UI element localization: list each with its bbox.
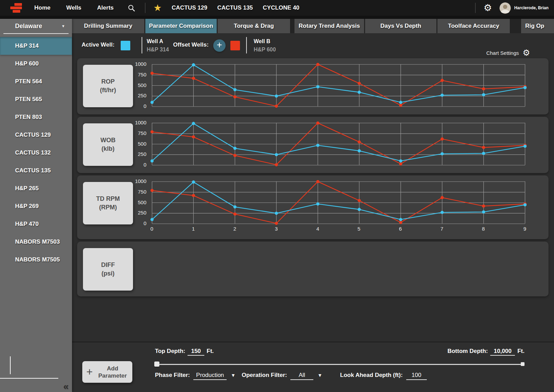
well-a-block: Well A H&P 314 — [147, 37, 169, 54]
main-content: Drilling SummaryParameter ComparisonTorq… — [72, 19, 554, 392]
param-card-td-rpm[interactable]: TD RPM (RPM) — [83, 182, 133, 224]
x-tick-label: 0 — [150, 226, 153, 232]
well-b-color-swatch — [230, 41, 240, 50]
sidebar-scrollbar[interactable] — [10, 356, 11, 374]
top-depth-input[interactable]: 150 — [188, 348, 204, 356]
favorite-well-cyclone-40[interactable]: CYCLONE 40 — [263, 4, 300, 11]
y-tick-label: 1000 — [135, 178, 146, 184]
sidebar-bottom-divider — [0, 378, 58, 379]
tab-rotary-trend-analysis[interactable]: Rotary Trend Analysis — [294, 19, 364, 33]
sidebar-item-cactus-132[interactable]: CACTUS 132 — [0, 144, 72, 162]
sidebar-item-cactus-129[interactable]: CACTUS 129 — [0, 126, 72, 144]
x-tick-label: 7 — [441, 226, 443, 232]
tab-torque-drag[interactable]: Torque & Drag — [218, 19, 290, 33]
add-offset-well-button[interactable]: + — [213, 39, 226, 52]
sidebar-item-nabors-m7503[interactable]: NABORS M7503 — [0, 233, 72, 251]
y-axis-labels: 02505007501000 — [130, 181, 149, 224]
well-a-title: Well A — [147, 37, 169, 46]
depth-range-slider[interactable] — [155, 362, 524, 367]
y-tick-label: 500 — [138, 141, 146, 147]
favorites-star-icon: ★ — [154, 3, 162, 13]
favorite-wells: CACTUS 129CACTUS 135CYCLONE 40 — [162, 4, 300, 11]
sidebar-item-h-p-470[interactable]: H&P 470 — [0, 215, 72, 233]
y-axis-labels: 02505007501000 — [130, 64, 149, 107]
chevron-down-icon: ▼ — [61, 24, 65, 28]
operation-filter-select[interactable]: All — [290, 372, 313, 380]
well-b-name: H&P 600 — [254, 46, 276, 54]
y-tick-label: 500 — [138, 199, 146, 205]
sidebar-item-cactus-135[interactable]: CACTUS 135 — [0, 162, 72, 180]
favorite-well-cactus-135[interactable]: CACTUS 135 — [217, 4, 253, 11]
phase-filter-select[interactable]: Production — [193, 372, 227, 380]
user-avatar[interactable] — [499, 2, 511, 14]
line-chart-svg — [152, 123, 525, 165]
rop-comparison-chart[interactable] — [152, 64, 525, 107]
tab-days-vs-depth[interactable]: Days Vs Depth — [365, 19, 436, 33]
param-name: WOB — [100, 136, 116, 145]
settings-gear-icon[interactable]: ⚙ — [484, 3, 492, 13]
sidebar-item-pten-803[interactable]: PTEN 803 — [0, 108, 72, 126]
param-card-rop[interactable]: ROP (ft/hr) — [83, 65, 133, 107]
chart-rows: ROP (ft/hr) 02505007501000 WOB (klb) 025… — [72, 58, 554, 296]
add-parameter-button[interactable]: + Add Parameter — [82, 361, 132, 383]
chevron-down-icon[interactable]: ▼ — [317, 372, 322, 378]
sidebar-collapse-button[interactable]: « — [63, 381, 69, 392]
operation-filter: Operation Filter: All ▼ — [242, 372, 322, 380]
sidebar-item-nabors-m7505[interactable]: NABORS M7505 — [0, 251, 72, 269]
topbar-shadow-strip — [0, 16, 554, 19]
add-parameter-label: Add Parameter — [97, 365, 128, 379]
bottom-depth-input[interactable]: 10,000 — [490, 348, 515, 356]
y-tick-label: 750 — [138, 189, 146, 195]
tab-toolface-accuracy[interactable]: Toolface Accuracy — [437, 19, 510, 33]
x-tick-label: 5 — [358, 226, 360, 232]
sidebar-item-h-p-265[interactable]: H&P 265 — [0, 180, 72, 197]
sidebar-item-pten-565[interactable]: PTEN 565 — [0, 90, 72, 108]
param-unit: (RPM) — [99, 203, 117, 212]
line-chart-svg — [152, 64, 525, 107]
chevron-down-icon[interactable]: ▼ — [231, 372, 236, 378]
y-tick-label: 250 — [138, 151, 146, 157]
y-tick-label: 250 — [138, 210, 146, 216]
sidebar-item-h-p-269[interactable]: H&P 269 — [0, 197, 72, 215]
depth-row: Top Depth:150Ft. Bottom Depth:10,000Ft. — [155, 348, 525, 355]
region-selector-label: Delaware — [15, 23, 42, 30]
search-icon[interactable] — [128, 4, 135, 12]
y-tick-label: 0 — [144, 162, 146, 168]
favorite-well-cactus-129[interactable]: CACTUS 129 — [172, 4, 207, 11]
y-tick-label: 750 — [138, 72, 146, 77]
sidebar-item-h-p-600[interactable]: H&P 600 — [0, 55, 72, 73]
operation-filter-label: Operation Filter: — [242, 372, 287, 379]
param-card-wob[interactable]: WOB (klb) — [83, 123, 133, 166]
param-unit: (psi) — [101, 269, 115, 278]
nav-item-alerts[interactable]: Alerts — [97, 4, 113, 11]
chart-settings-button[interactable]: Chart Settings ⚙ — [486, 49, 530, 57]
nav-item-home[interactable]: Home — [34, 4, 50, 11]
y-tick-label: 500 — [138, 82, 146, 88]
top-depth-group: Top Depth:150Ft. — [155, 348, 214, 355]
app-logo[interactable] — [10, 3, 23, 13]
sidebar-item-h-p-314[interactable]: H&P 314 — [0, 37, 72, 55]
tab-drilling-summary[interactable]: Drilling Summary — [72, 19, 144, 33]
y-tick-label: 750 — [138, 130, 146, 136]
active-well-label: Active Well: — [82, 41, 115, 48]
param-name: TD RPM — [96, 195, 120, 203]
wob-comparison-chart[interactable] — [152, 123, 525, 165]
tab-rig-op[interactable]: Rig Op — [521, 19, 554, 33]
plus-icon: + — [86, 366, 93, 378]
region-selector[interactable]: Delaware ▼ — [0, 19, 72, 33]
user-name[interactable]: Harclerode, Brian — [514, 5, 549, 10]
slider-track[interactable] — [155, 364, 524, 365]
topbar-divider — [475, 3, 475, 13]
line-chart-svg — [152, 181, 525, 224]
slider-handle-bottom-depth[interactable] — [521, 362, 525, 366]
look-ahead-input[interactable]: 100 — [406, 372, 427, 380]
slider-handle-top-depth[interactable] — [154, 362, 159, 367]
tab-parameter-comparison[interactable]: Parameter Comparison — [145, 19, 217, 33]
sidebar-item-pten-564[interactable]: PTEN 564 — [0, 73, 72, 90]
nav-item-wells[interactable]: Wells — [66, 4, 81, 11]
depth-filter-panel: Top Depth:150Ft. Bottom Depth:10,000Ft. … — [72, 342, 554, 392]
well-b-title: Well B — [254, 37, 276, 46]
param-card-diff[interactable]: DIFF (psi) — [83, 248, 133, 291]
td-rpm-comparison-chart[interactable] — [152, 181, 525, 224]
x-axis-labels: 0123456789 — [152, 226, 525, 233]
